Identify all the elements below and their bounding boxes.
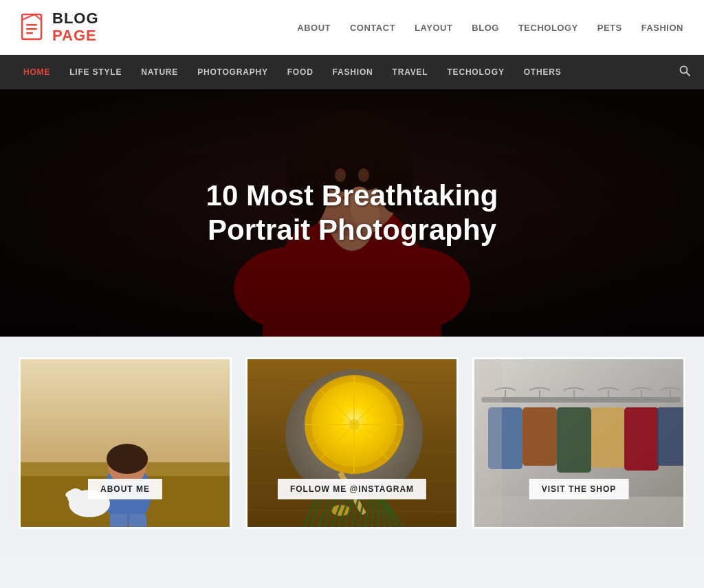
top-nav: ABOUTCONTACTLAYOUTBLOGTECHOLOGYPETSFASHI… <box>297 21 683 34</box>
card-3-background <box>474 359 683 527</box>
sec-nav-item-photography[interactable]: PHOTOGRAPHY <box>188 56 278 88</box>
top-nav-link-blog[interactable]: BLOG <box>472 23 499 33</box>
sec-nav-link-lifestyle[interactable]: LIFE STYLE <box>60 56 131 88</box>
svg-rect-81 <box>474 359 502 529</box>
top-nav-link-pets[interactable]: PETS <box>597 23 622 33</box>
svg-rect-71 <box>522 407 557 466</box>
sec-nav-link-food[interactable]: FOOD <box>278 56 323 88</box>
logo-text: BLOG PAGE <box>52 10 99 43</box>
top-nav-link-about[interactable]: ABOUT <box>297 23 331 33</box>
svg-rect-30 <box>110 514 127 529</box>
svg-rect-5 <box>26 32 33 34</box>
svg-point-47 <box>349 419 360 430</box>
sec-nav-link-travel[interactable]: TRAVEL <box>383 56 438 88</box>
card-3-image <box>474 359 685 529</box>
card-about-me-label: ABOUT ME <box>88 479 162 499</box>
logo[interactable]: BLOG PAGE <box>21 10 99 43</box>
sec-nav-item-lifestyle[interactable]: LIFE STYLE <box>60 56 131 88</box>
card-1-image <box>21 359 232 529</box>
card-1-background <box>21 359 230 527</box>
svg-line-7 <box>687 73 690 76</box>
svg-rect-80 <box>474 497 685 529</box>
svg-rect-3 <box>26 24 37 26</box>
sec-nav-item-home[interactable]: HOME <box>14 56 60 88</box>
top-nav-item-fashion[interactable]: FASHION <box>641 21 683 34</box>
card-shop[interactable]: VISIT THE SHOP <box>472 357 685 529</box>
sec-nav-link-others[interactable]: OTHERS <box>514 56 571 88</box>
sec-nav-link-nature[interactable]: NATURE <box>131 56 188 88</box>
top-nav-item-blog[interactable]: BLOG <box>472 21 499 34</box>
top-nav-link-contact[interactable]: CONTACT <box>350 23 395 33</box>
sec-nav-link-photography[interactable]: PHOTOGRAPHY <box>188 56 278 88</box>
sec-nav-link-fashion[interactable]: FASHION <box>323 56 383 88</box>
secondary-nav: HOMELIFE STYLENATUREPHOTOGRAPHYFOODFASHI… <box>0 55 704 89</box>
top-nav-item-pets[interactable]: PETS <box>597 21 622 34</box>
card-about-me[interactable]: ABOUT ME <box>19 357 232 529</box>
logo-page: PAGE <box>52 27 97 44</box>
sec-nav-link-home[interactable]: HOME <box>14 56 60 88</box>
card-instagram-label: FOLLOW ME @INSTAGRAM <box>278 479 426 499</box>
svg-rect-79 <box>657 407 685 466</box>
svg-rect-67 <box>481 397 681 403</box>
card-shop-label: VISIT THE SHOP <box>529 479 629 499</box>
top-nav-link-fashion[interactable]: FASHION <box>641 23 683 33</box>
top-header: BLOG PAGE ABOUTCONTACTLAYOUTBLOGTECHOLOG… <box>0 0 704 55</box>
svg-rect-31 <box>129 514 146 529</box>
svg-rect-4 <box>26 28 37 30</box>
sec-nav-item-techology[interactable]: TECHOLOGY <box>437 56 514 88</box>
top-nav-item-layout[interactable]: LAYOUT <box>415 21 452 34</box>
sec-nav-item-travel[interactable]: TRAVEL <box>383 56 438 88</box>
svg-point-26 <box>107 444 148 474</box>
sec-nav-item-nature[interactable]: NATURE <box>131 56 188 88</box>
sec-nav-item-others[interactable]: OTHERS <box>514 56 571 88</box>
top-nav-link-layout[interactable]: LAYOUT <box>415 23 452 33</box>
svg-rect-77 <box>624 407 659 471</box>
sec-nav-link-techology[interactable]: TECHOLOGY <box>437 56 514 88</box>
hero-text: 10 Most Breathtaking Portrait Photograph… <box>179 179 526 248</box>
search-icon[interactable] <box>679 65 690 79</box>
logo-icon <box>21 13 45 42</box>
card-2-image <box>248 359 459 529</box>
card-2-background <box>248 359 456 527</box>
card-instagram[interactable]: FOLLOW ME @INSTAGRAM <box>245 357 459 529</box>
svg-rect-73 <box>557 407 591 473</box>
cards-section: ABOUT ME <box>0 337 704 556</box>
top-nav-item-about[interactable]: ABOUT <box>297 21 331 34</box>
logo-blog: BLOG <box>52 10 99 27</box>
top-nav-link-techology[interactable]: TECHOLOGY <box>518 23 578 33</box>
hero-title: 10 Most Breathtaking Portrait Photograph… <box>206 179 498 248</box>
hero-section: 10 Most Breathtaking Portrait Photograph… <box>0 89 704 337</box>
top-nav-item-techology[interactable]: TECHOLOGY <box>518 21 578 34</box>
sec-nav-item-food[interactable]: FOOD <box>278 56 323 88</box>
svg-rect-75 <box>591 407 624 468</box>
top-nav-item-contact[interactable]: CONTACT <box>350 21 395 34</box>
sec-nav-item-fashion[interactable]: FASHION <box>323 56 383 88</box>
